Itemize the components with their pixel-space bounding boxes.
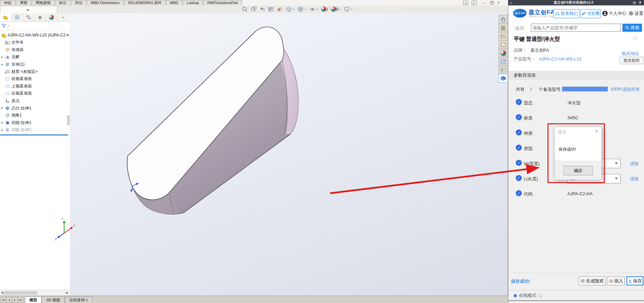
section-view-icon[interactable] — [268, 6, 274, 12]
checkbox-checked-icon[interactable]: ✓ — [516, 160, 522, 166]
tree-item-cut-extrude1[interactable]: ▶切除-拉伸1 — [0, 119, 69, 127]
checkbox-checked-icon[interactable]: ✓ — [516, 129, 522, 135]
tab-sketch[interactable]: 草图 — [16, 0, 31, 5]
settings-button[interactable]: 设置 — [628, 9, 643, 18]
taskpane-file-explorer-icon[interactable] — [499, 32, 508, 41]
display-style-icon[interactable]: ▼ — [297, 6, 307, 12]
panel-settings-gear-icon[interactable] — [633, 1, 636, 5]
tab-solidworks-addins[interactable]: SOLIDWORKS 插件 — [124, 0, 166, 5]
tab-model[interactable]: 模型 — [25, 297, 42, 303]
displaymanager-tab[interactable] — [46, 13, 57, 21]
taskpane-jlcfa-plugin-icon[interactable]: JLC — [499, 74, 508, 83]
clear-length-link[interactable]: 清除 — [630, 176, 639, 182]
insert-button[interactable]: 插入 — [607, 276, 625, 285]
tree-item-annotations[interactable]: ▶A注解 — [0, 53, 69, 61]
taskpane-custom-properties-icon[interactable] — [499, 57, 508, 66]
search-button[interactable]: 搜索 — [622, 24, 642, 32]
panel-pin-icon[interactable] — [639, 1, 642, 5]
zoom-to-fit-icon[interactable] — [242, 6, 248, 12]
dialog-close-icon[interactable]: ✕ — [595, 129, 598, 134]
tab-annotations[interactable]: 标注 — [55, 0, 71, 5]
collapse-panel-icon[interactable]: » — [508, 1, 514, 5]
taskpane-view-palette-icon[interactable] — [499, 40, 508, 49]
tab-features[interactable]: 特征 — [0, 0, 16, 5]
zoom-to-area-icon[interactable] — [250, 6, 257, 12]
tree-item-front-plane[interactable]: 前视基准面 — [0, 75, 69, 83]
tab-strip-overflow-icon[interactable]: » — [57, 13, 69, 21]
tree-item-top-plane[interactable]: 上视基准面 — [0, 83, 69, 90]
view-orientation-icon[interactable]: ▼ — [286, 6, 295, 12]
tree-item-sensors[interactable]: 传感器 — [0, 46, 69, 54]
hide-show-items-icon[interactable]: ▼ — [309, 6, 319, 12]
graphics-viewport[interactable] — [70, 13, 508, 296]
generate-preview-button[interactable]: 生成预览 — [579, 276, 606, 285]
tree-item-boss-extrude1[interactable]: ▶凸台-拉伸1 — [0, 104, 69, 112]
ribbon-pin-dot[interactable] — [27, 9, 29, 11]
next-tab-icon[interactable]: ▶ — [12, 297, 18, 303]
checkbox-checked-icon[interactable]: ✓ — [516, 190, 522, 196]
tab-3d-views[interactable]: 3D 视图 — [42, 297, 64, 303]
taskpane-home-icon[interactable] — [499, 15, 508, 24]
back-link[interactable]: 〈返回 — [511, 25, 524, 31]
tree-item-chamfer1[interactable]: 倒角1 — [0, 112, 69, 119]
tree-horizontal-scrollbar[interactable]: ◀ ▶ — [0, 290, 70, 296]
dialog-ok-button[interactable]: 确定 — [564, 166, 593, 175]
last-tab-icon[interactable]: ▶▶ — [18, 297, 23, 303]
apply-scene-icon[interactable]: ▼ — [331, 6, 341, 12]
tab-mesh-modeling[interactable]: 网格建模 — [32, 0, 55, 5]
search-input[interactable] — [531, 24, 621, 32]
checkbox-checked-icon[interactable]: ✓ — [516, 175, 522, 181]
account-center-button[interactable]: 个人中心 — [602, 9, 626, 18]
taskpane-view-preview-icon[interactable] — [499, 66, 508, 74]
close-icon[interactable]: × — [497, 0, 500, 5]
tab-partsolutions[interactable]: PARTsolutionsPart — [203, 0, 242, 5]
checkbox-checked-icon[interactable]: ✓ — [516, 145, 522, 151]
propertymanager-tab[interactable] — [11, 13, 23, 21]
restore-icon[interactable] — [490, 1, 494, 5]
clear-width-link[interactable]: 清除 — [630, 161, 639, 167]
rollback-bar[interactable] — [0, 134, 68, 135]
prev-tab-icon[interactable]: ◀ — [6, 297, 12, 303]
window-tab-left-icon[interactable]: ◀ — [463, 1, 468, 5]
preview-drawing-button[interactable]: 预览图档 — [620, 57, 643, 64]
product-model-link[interactable]: AJPA-C2-HA-W5-L15 — [539, 56, 581, 61]
featuremanager-tree-tab[interactable] — [0, 13, 11, 21]
dynamic-annotation-icon[interactable]: A — [277, 6, 283, 12]
tab-lookup[interactable]: Lookup — [183, 0, 203, 5]
first-tab-icon[interactable]: ◀◀ — [1, 297, 6, 303]
checkbox-checked-icon[interactable]: ✓ — [516, 99, 522, 105]
scrollbar-thumb[interactable] — [4, 291, 37, 295]
previous-view-icon[interactable] — [259, 6, 266, 12]
dimxpertmanager-tab[interactable]: ⊕ — [34, 13, 46, 21]
tree-item-origin[interactable]: 原点 — [0, 97, 69, 105]
clear-all-link[interactable]: 清除所有 — [622, 86, 640, 93]
minimize-icon[interactable]: — — [483, 0, 486, 5]
tab-mbd[interactable]: MBD — [166, 0, 182, 5]
view-settings-icon[interactable]: ▼ — [344, 6, 353, 12]
tree-item-folder[interactable]: 文件夹 — [0, 39, 69, 46]
taskpane-appearances-icon[interactable] — [499, 49, 508, 57]
filter-funnel-icon[interactable] — [1, 24, 6, 28]
refresh-icon[interactable] — [538, 294, 543, 298]
tree-item-right-plane[interactable]: 右视基准面 — [0, 90, 69, 97]
contact-us-button[interactable]: 联系我们 — [553, 9, 580, 18]
tree-item-cut-extrude2[interactable]: ▶切除-拉伸2 — [0, 126, 69, 134]
tree-item-material[interactable]: 材质 <未指定> — [0, 68, 69, 75]
scroll-left-icon[interactable]: ◀ — [1, 291, 3, 294]
scroll-right-icon[interactable]: ▶ — [66, 291, 68, 294]
buy-address-link[interactable]: 购买地址 — [622, 51, 639, 57]
tab-evaluate[interactable]: 评估 — [71, 0, 86, 5]
favorite-star-icon[interactable]: ☆ — [633, 34, 638, 42]
tree-root[interactable]: AJPA-C2-HA-W5-L15 (AJPA-C2-H — [0, 31, 69, 39]
official-site-button[interactable]: 去官网 — [581, 9, 601, 18]
taskpane-design-library-icon[interactable] — [499, 23, 508, 32]
filter-caret-icon[interactable]: ▼ — [7, 25, 9, 27]
tab-motion-study[interactable]: 运动算例 1 — [65, 297, 92, 303]
tree-item-solid-bodies[interactable]: ▶实体(1) — [0, 61, 69, 68]
save-button[interactable]: 保存 — [626, 276, 643, 285]
configurationmanager-tab[interactable] — [23, 13, 34, 21]
window-tab-right-icon[interactable]: ▶ — [472, 1, 477, 5]
checkbox-checked-icon[interactable]: ✓ — [516, 114, 522, 120]
edit-appearance-icon[interactable] — [321, 6, 328, 12]
tab-mbd-dimensions[interactable]: MBD Dimensions — [87, 0, 124, 5]
